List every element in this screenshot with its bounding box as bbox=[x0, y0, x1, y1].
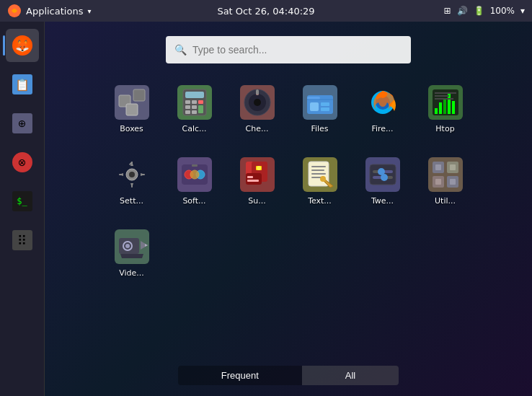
software-icon bbox=[177, 157, 212, 192]
firefox-icon bbox=[365, 85, 400, 120]
app-item-files[interactable]: Files bbox=[291, 78, 350, 146]
svg-point-66 bbox=[381, 174, 388, 181]
applications-label[interactable]: Applications bbox=[26, 6, 83, 17]
svg-rect-72 bbox=[450, 164, 456, 170]
tab-frequent[interactable]: Frequent bbox=[178, 366, 302, 385]
svg-rect-32 bbox=[435, 92, 456, 94]
firefox-icon: 🦊 bbox=[12, 35, 32, 56]
su-icon bbox=[240, 157, 275, 192]
svg-rect-74 bbox=[450, 179, 456, 185]
main-content: 🦊 📋 ⊕ ⊗ $_ ⠿ 🔍 bbox=[0, 22, 532, 396]
network-icon[interactable]: ⊞ bbox=[444, 6, 451, 16]
svg-point-45 bbox=[190, 170, 199, 179]
svg-point-16 bbox=[254, 99, 261, 106]
notes-icon: 📋 bbox=[12, 74, 32, 94]
topbar-left: Applications ▾ bbox=[7, 4, 91, 18]
app-item-tweaks[interactable]: Twe... bbox=[353, 150, 412, 219]
svg-marker-77 bbox=[145, 244, 148, 247]
text-label: Text... bbox=[308, 196, 332, 206]
svg-point-53 bbox=[257, 166, 261, 170]
tab-all[interactable]: All bbox=[302, 366, 399, 385]
app-item-calculator[interactable]: Calc... bbox=[165, 78, 224, 146]
app-item-utils[interactable]: Util... bbox=[416, 150, 475, 219]
app-item-settings[interactable]: Sett... bbox=[102, 150, 161, 219]
svg-rect-31 bbox=[452, 101, 455, 114]
svg-rect-57 bbox=[311, 173, 326, 175]
svg-rect-23 bbox=[321, 107, 329, 111]
svg-rect-49 bbox=[246, 173, 262, 185]
svg-rect-50 bbox=[247, 176, 253, 178]
svg-point-36 bbox=[129, 172, 135, 177]
svg-rect-58 bbox=[311, 177, 322, 178]
tweaks-label: Twe... bbox=[371, 196, 394, 206]
svg-rect-3 bbox=[126, 104, 138, 115]
svg-rect-21 bbox=[310, 102, 319, 111]
svg-rect-73 bbox=[435, 179, 441, 185]
svg-rect-46 bbox=[192, 164, 198, 167]
svg-rect-20 bbox=[307, 97, 320, 100]
svg-point-59 bbox=[320, 176, 326, 182]
tweaks-icon bbox=[365, 157, 400, 192]
cheese-label: Che... bbox=[246, 124, 269, 133]
app-item-cheese[interactable]: Che... bbox=[228, 78, 287, 146]
boxes-label: Boxes bbox=[120, 124, 143, 133]
sidebar-item-help[interactable]: ⊗ bbox=[6, 146, 39, 179]
svg-rect-29 bbox=[443, 100, 446, 114]
active-indicator bbox=[3, 35, 5, 56]
sidebar-item-terminal[interactable]: $_ bbox=[6, 185, 39, 218]
battery-arrow-icon[interactable]: ▾ bbox=[520, 6, 525, 16]
search-bar: 🔍 bbox=[166, 36, 411, 63]
app-item-htop[interactable]: Htop bbox=[416, 78, 475, 146]
sidebar-item-firefox[interactable]: 🦊 bbox=[6, 29, 39, 62]
app-item-video[interactable]: Vide... bbox=[102, 222, 161, 291]
svg-rect-39 bbox=[119, 174, 123, 175]
cheese-icon bbox=[240, 85, 275, 120]
app-item-text[interactable]: Text... bbox=[291, 150, 350, 219]
sidebar-item-allapps[interactable]: ⠿ bbox=[6, 224, 39, 257]
svg-rect-30 bbox=[448, 94, 451, 114]
su-label: Su... bbox=[248, 196, 265, 206]
svg-rect-40 bbox=[141, 174, 145, 175]
svg-rect-2 bbox=[133, 89, 145, 101]
text-icon bbox=[303, 157, 337, 192]
allapps-icon: ⠿ bbox=[12, 230, 32, 250]
svg-rect-51 bbox=[247, 180, 259, 182]
apps-arrow-icon[interactable]: ▾ bbox=[87, 7, 91, 15]
svg-rect-6 bbox=[185, 100, 190, 104]
sidebar-item-screenshot[interactable]: ⊕ bbox=[6, 107, 39, 140]
app-item-software[interactable]: Soft... bbox=[165, 150, 224, 219]
svg-rect-33 bbox=[435, 95, 449, 97]
battery-icon[interactable]: 🔋 bbox=[474, 6, 484, 16]
htop-label: Htop bbox=[435, 124, 454, 133]
video-icon bbox=[115, 229, 149, 264]
svg-rect-7 bbox=[192, 100, 197, 104]
battery-percent: 100% bbox=[490, 6, 515, 16]
apps-menu-icon bbox=[7, 4, 22, 18]
sidebar: 🦊 📋 ⊕ ⊗ $_ ⠿ bbox=[0, 22, 45, 396]
app-grid: Boxes bbox=[102, 78, 475, 291]
svg-point-79 bbox=[125, 244, 130, 248]
sidebar-item-notes[interactable]: 📋 bbox=[6, 68, 39, 101]
svg-rect-71 bbox=[435, 164, 441, 170]
htop-icon bbox=[428, 85, 463, 120]
topbar-right: ⊞ 🔊 🔋 100% ▾ bbox=[444, 6, 525, 16]
boxes-icon bbox=[115, 85, 149, 120]
svg-rect-12 bbox=[185, 110, 190, 114]
app-item-boxes[interactable]: Boxes bbox=[102, 78, 161, 146]
tab-bar: Frequent All bbox=[178, 366, 399, 385]
files-icon bbox=[303, 85, 337, 120]
search-input[interactable] bbox=[192, 44, 402, 56]
app-item-su[interactable]: Su... bbox=[228, 150, 287, 219]
svg-rect-28 bbox=[439, 102, 442, 114]
datetime-display: Sat Oct 26, 04:40:29 bbox=[217, 6, 314, 17]
utils-icon bbox=[428, 157, 463, 192]
svg-rect-22 bbox=[321, 102, 329, 106]
svg-rect-13 bbox=[192, 110, 197, 114]
video-label: Vide... bbox=[119, 268, 144, 278]
app-item-firefox[interactable]: Fire... bbox=[353, 78, 412, 146]
svg-rect-9 bbox=[185, 105, 190, 109]
calc-icon bbox=[177, 85, 212, 120]
screenshot-icon: ⊕ bbox=[12, 113, 32, 133]
volume-icon[interactable]: 🔊 bbox=[457, 6, 468, 16]
files-label: Files bbox=[311, 124, 328, 133]
